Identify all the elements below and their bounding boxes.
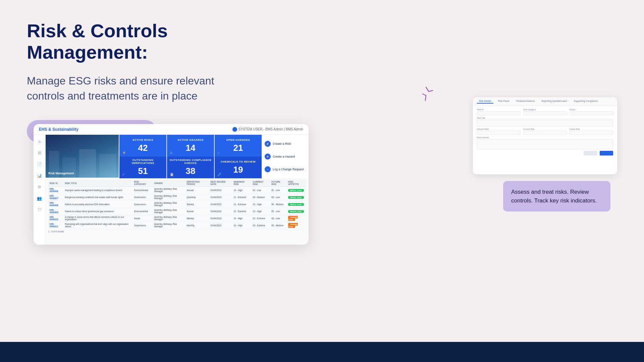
cell-current: 22 - Extreme [252,215,270,222]
table-row[interactable]: KRI-0000009 Failure to reduce direct gre… [48,208,306,215]
cell-period: Weekly [185,201,209,208]
cell-inherent: 13 - High [232,222,252,229]
cell-next-review: 01/04/2022 [209,194,232,201]
sidebar-chart-icon[interactable]: 📊 [36,172,43,179]
dashboard-main-content: ACTIVE RISKS 42 ⚡ ACTIVE HAZARDS 14 ⚠ OP… [46,135,309,245]
sidebar-home-icon[interactable]: ⌂ [36,138,43,145]
form-row-4: Risk Controls [477,136,613,149]
form-row-2: Risk Title [477,117,613,126]
sidebar-shield-icon[interactable]: 🛡 [36,206,43,213]
tab-treatment-actions[interactable]: Treatment Actions [514,99,537,104]
cell-risk-title: Failure to reduce direct greenhouse gas … [63,208,132,215]
cell-risk-title: Improper waste management leading to com… [63,187,132,194]
cell-next-review: 01/04/2022 [209,187,232,194]
tooltip-bubble: Assess and treat risks. Review controls.… [503,181,610,212]
cell-period: Annual [185,208,209,215]
tab-risk-details[interactable]: Risk Details [477,99,493,104]
sidebar-settings-icon[interactable]: ⚙ [36,184,43,190]
svg-rect-4 [49,151,59,178]
form-cancel-button[interactable] [584,151,597,156]
cell-risk-id: KRI-0000011 [48,222,63,229]
sidebar-users-icon[interactable]: 👥 [36,195,43,202]
stat-compliance-checks[interactable]: OUTSTANDING COMPLIANCE CHECKS 38 📋 [167,157,214,178]
form-row-1: Risk ID Risk Category Owner [477,109,613,115]
cell-category: Governance [132,222,153,229]
svg-line-2 [423,94,426,96]
stats-row-1: ACTIVE RISKS 42 ⚡ ACTIVE HAZARDS 14 ⚠ OP… [119,135,262,157]
col-inherent-risk[interactable]: INHERENT RISK [232,180,252,187]
svg-rect-7 [99,154,116,178]
col-risk-appetite[interactable]: RISK APPETITE [287,180,306,187]
cell-category: Environmental [132,187,153,194]
risk-data-table: RISK ID RISK TITLE RISK CATEGORY OWNER R… [48,180,306,229]
form-field-future: Future Risk [570,128,613,135]
col-next-review[interactable]: NEXT REVIEW DATE [209,180,232,187]
cell-risk-id: KRI-0000007 [48,194,63,201]
cell-current: 20 - Extreme [252,222,270,229]
table-footer: 1 - 6 of 6 results [48,230,306,233]
stat-open-changes[interactable]: OPEN CHANGES 21 ↓ [215,135,262,157]
create-risk-button[interactable]: ⚡ Create a Risk [265,139,306,148]
cell-owner: Ackerley, Bethany, Risk Manager [153,215,185,222]
table-row[interactable]: KRI-0000010 A change in social norms tha… [48,215,306,222]
stat-active-risks-icon: ⚡ [122,151,126,155]
col-risk-id[interactable]: RISK ID [48,180,63,187]
col-future-risk[interactable]: FUTURE RISK [270,180,287,187]
col-current-risk[interactable]: CURRENT RISK [252,180,270,187]
stat-chemicals-review[interactable]: CHEMICALS TO REVIEW 19 🧪 [215,157,262,178]
cell-appetite: Within Limit [287,194,306,201]
stat-verifications-value: 51 [138,166,148,176]
cell-current: 13 - High [252,201,270,208]
stat-verifications-label: OUTSTANDING VERIFICATIONS [121,159,164,165]
sidebar-grid-icon[interactable]: ⊞ [36,149,43,156]
table-row[interactable]: KRI-0000007 Dangerous working conditions… [48,194,306,201]
stat-compliance-value: 38 [186,166,196,176]
cell-period: Weekly [185,215,209,222]
stat-outstanding-verifications[interactable]: OUTSTANDING VERIFICATIONS 51 ✓ [119,157,166,178]
tab-reporting[interactable]: Reporting Questionnaire [540,99,569,104]
svg-line-3 [425,96,426,101]
cell-inherent: 21 - Extreme [232,208,252,215]
tab-risk-panel[interactable]: Risk Panel [496,99,511,104]
table-row[interactable]: KRI-0000006 Improper waste management le… [48,187,306,194]
form-save-button[interactable] [600,151,613,156]
page-title: Risk & Controls Management: [27,20,221,63]
cell-period: Monthly [185,222,209,229]
stat-active-risks[interactable]: ACTIVE RISKS 42 ⚡ [119,135,166,157]
col-reporting-period[interactable]: REPORTING PERIOD [185,180,209,187]
stat-compliance-icon: 📋 [170,173,174,176]
stat-active-risks-label: ACTIVE RISKS [132,138,153,141]
cell-risk-id: KRI-0000010 [48,215,63,222]
sidebar-doc-icon[interactable]: 📄 [36,161,43,168]
col-risk-category[interactable]: RISK CATEGORY [132,180,153,187]
stat-active-hazards[interactable]: ACTIVE HAZARDS 14 ⚠ [167,135,214,157]
risk-table: RISK ID RISK TITLE RISK CATEGORY OWNER R… [46,178,309,234]
tab-compliance[interactable]: Supporting Compliance [572,99,600,104]
form-row-3: Inherent Risk Current Risk Future Risk [477,128,613,135]
page-subtitle: Manage ESG risks and ensure relevant con… [27,73,221,104]
cell-risk-title: Dangerous working conditions that violat… [63,194,132,201]
create-hazard-button[interactable]: ⚡ Create a Hazard [265,152,306,161]
dashboard-sidebar: ⌂ ⊞ 📄 📊 ⚙ 👥 🛡 [34,135,46,245]
cell-future: 02 - Low [270,194,287,201]
cell-risk-id: KRI-0000006 [48,187,63,194]
cell-category: Governance [132,201,153,208]
col-owner[interactable]: OWNER [153,180,185,187]
svg-line-1 [429,90,433,92]
form-field-id: Risk ID [477,109,521,115]
cell-owner: Ackerley, Bethany, Risk Manager [153,208,185,215]
cell-next-review: 01/04/2022 [209,222,232,229]
cell-appetite: Within Limit [287,187,306,194]
sparkle-decoration [416,85,436,105]
cell-period: Quarterly [185,194,209,201]
table-row[interactable]: KRI-0000011 Partnering with organisation… [48,222,306,229]
stat-chemicals-icon: 🧪 [217,173,221,176]
form-field-current: Current Risk [523,128,567,135]
log-change-request-button[interactable]: ↔ Log a Change Request [265,165,306,174]
form-row-5 [477,151,613,156]
log-change-icon: ↔ [265,166,271,172]
cell-future: 05 - Medium [270,222,287,229]
table-row[interactable]: KRI-0000008 Failure to accurately disclo… [48,201,306,208]
form-field-inherent: Inherent Risk [477,128,521,135]
col-risk-title[interactable]: RISK TITLE [63,180,132,187]
